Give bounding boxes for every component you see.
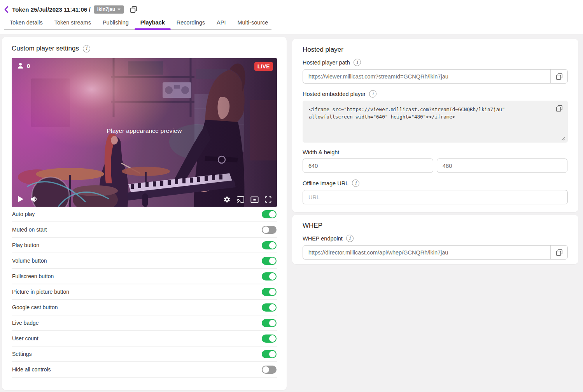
tab-multi-source[interactable]: Multi-source (231, 17, 274, 29)
play-icon (18, 195, 24, 203)
toggle-auto-play[interactable] (262, 210, 277, 218)
toggle-row-settings: Settings (12, 347, 277, 362)
user-count-value: 0 (27, 63, 30, 69)
tab-recordings[interactable]: Recordings (171, 17, 211, 29)
copy-icon (555, 73, 563, 80)
toggle-settings[interactable] (262, 350, 277, 358)
preview-overlay-text: Player appearance preview (12, 127, 277, 134)
toggle-row-user-count: User count (12, 331, 277, 347)
toggle-user-count[interactable] (262, 335, 277, 343)
live-badge: LIVE (254, 62, 273, 71)
whep-card: WHEP WHEP endpoint (292, 215, 578, 264)
tab-publishing[interactable]: Publishing (97, 17, 135, 29)
custom-player-title: Custom player settings (12, 45, 277, 52)
volume-icon (30, 196, 38, 203)
whep-title: WHEP (303, 222, 568, 230)
user-count-indicator: 0 (17, 63, 30, 69)
size-fields (303, 159, 568, 173)
play-button[interactable] (18, 195, 24, 203)
toggle-list: Auto playMuted on startPlay buttonVolume… (12, 207, 277, 378)
cast-icon (236, 196, 245, 203)
toggle-label: Muted on start (12, 226, 47, 233)
token-name-dropdown[interactable]: lkin7jau (94, 5, 124, 14)
preview-controls-left (18, 195, 38, 203)
tab-api[interactable]: API (211, 17, 231, 29)
toggle-row-google-cast-button: Google cast button (12, 300, 277, 315)
copy-embed-code-button[interactable] (555, 105, 563, 114)
copy-token-name-button[interactable] (130, 5, 138, 14)
toggle-knob (269, 258, 276, 264)
resize-grip-icon (561, 137, 565, 141)
tab-token-details[interactable]: Token details (4, 17, 49, 29)
fullscreen-button[interactable] (264, 196, 272, 203)
preview-controls-right (223, 196, 272, 203)
video-preview: 0 LIVE Player appearance preview (12, 58, 277, 207)
info-icon[interactable] (83, 45, 90, 52)
toggle-label: Volume button (12, 258, 47, 264)
toggle-knob (269, 304, 276, 311)
toggle-knob (269, 273, 276, 280)
copy-hosted-path-button[interactable] (550, 70, 567, 83)
copy-whep-endpoint-button[interactable] (550, 246, 567, 259)
size-label: Width & height (303, 149, 568, 155)
toggle-label: Fullscreen button (12, 273, 54, 279)
whep-endpoint-label-text: WHEP endpoint (303, 235, 343, 242)
toggle-row-play-button: Play button (12, 238, 277, 253)
hosted-embed-label: Hosted embedded player (303, 90, 568, 98)
toggle-label: Settings (12, 351, 32, 357)
toggle-row-live-badge: Live badge (12, 315, 277, 331)
width-input[interactable] (303, 159, 433, 173)
toggle-google-cast-button[interactable] (262, 303, 277, 312)
hosted-embed-textarea[interactable]: <iframe src="https://viewer.millicast.co… (303, 101, 568, 143)
picture-in-picture-button[interactable] (250, 196, 259, 203)
volume-button[interactable] (30, 196, 38, 203)
tab-playback[interactable]: Playback (135, 17, 171, 29)
toggle-picture-in-picture-button[interactable] (262, 288, 277, 296)
toggle-knob (269, 211, 276, 218)
toggle-fullscreen-button[interactable] (262, 272, 277, 280)
tab-bar: Token detailsToken streamsPublishingPlay… (4, 17, 271, 30)
whep-endpoint-input[interactable] (303, 246, 550, 259)
custom-player-title-text: Custom player settings (12, 45, 79, 52)
settings-button[interactable] (223, 196, 231, 203)
copy-icon (555, 249, 563, 256)
toggle-row-hide-all-controls: Hide all controls (12, 362, 277, 378)
toggle-muted-on-start[interactable] (262, 226, 277, 234)
info-icon[interactable] (369, 90, 376, 98)
user-icon (17, 63, 24, 69)
back-button[interactable] (4, 6, 9, 13)
gear-icon (223, 196, 231, 203)
toggle-label: Hide all controls (12, 366, 51, 373)
info-icon[interactable] (354, 59, 361, 66)
cast-button[interactable] (236, 196, 245, 203)
toggle-row-picture-in-picture-button: Picture in picture button (12, 284, 277, 300)
info-icon[interactable] (346, 235, 354, 242)
hosted-player-path-input[interactable] (303, 70, 550, 83)
toggle-hide-all-controls[interactable] (262, 366, 277, 374)
breadcrumb: Token 25/Jul/2023 11:41:06 / lkin7jau (0, 0, 583, 13)
copy-icon (130, 5, 138, 14)
hosted-embed-label-text: Hosted embedded player (303, 91, 366, 97)
offline-image-label: Offline image URL (303, 179, 568, 187)
toggle-knob (269, 289, 276, 295)
offline-image-label-text: Offline image URL (303, 180, 348, 186)
toggle-label: Live badge (12, 320, 39, 326)
hosted-player-title: Hosted player (303, 46, 568, 54)
info-icon[interactable] (352, 179, 359, 187)
copy-icon (555, 105, 563, 112)
toggle-knob (269, 320, 276, 326)
whep-endpoint-field (303, 245, 568, 260)
offline-image-url-input[interactable] (303, 190, 568, 204)
toggle-row-fullscreen-button: Fullscreen button (12, 269, 277, 284)
toggle-knob (269, 351, 276, 357)
toggle-knob (263, 226, 269, 233)
textarea-resize-handle[interactable] (561, 137, 565, 141)
toggle-label: User count (12, 335, 39, 341)
toggle-volume-button[interactable] (262, 257, 277, 265)
toggle-live-badge[interactable] (262, 319, 277, 327)
toggle-knob (269, 335, 276, 342)
toggle-play-button[interactable] (262, 241, 277, 249)
height-input[interactable] (437, 159, 567, 173)
tab-token-streams[interactable]: Token streams (49, 17, 97, 29)
toggle-row-muted-on-start: Muted on start (12, 222, 277, 238)
